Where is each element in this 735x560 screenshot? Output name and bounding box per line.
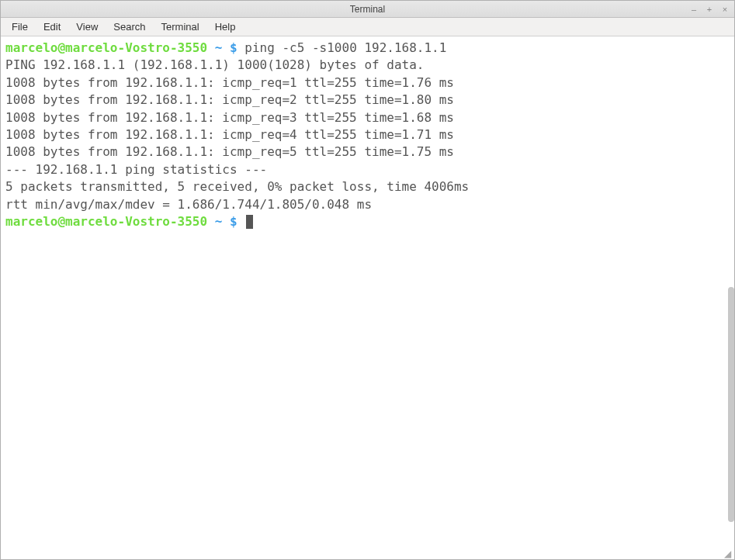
close-icon[interactable]: × <box>720 5 730 14</box>
terminal-body[interactable]: marcelo@marcelo-Vostro-3550 ~ $ ping -c5… <box>1 36 734 559</box>
output-line: PING 192.168.1.1 (192.168.1.1) 1000(1028… <box>5 57 730 74</box>
cursor-icon <box>246 215 253 229</box>
output-line: 1008 bytes from 192.168.1.1: icmp_req=5 … <box>5 143 730 161</box>
output-line: 5 packets transmitted, 5 received, 0% pa… <box>5 178 730 195</box>
prompt-user: marcelo@marcelo-Vostro-3550 <box>5 214 207 229</box>
menu-file[interactable]: File <box>4 19 36 35</box>
command-text: ping -c5 -s1000 192.168.1.1 <box>244 40 446 55</box>
output-line: 1008 bytes from 192.168.1.1: icmp_req=3 … <box>5 109 730 126</box>
menubar: File Edit View Search Terminal Help <box>1 18 734 36</box>
terminal-window: Terminal – + × File Edit View Search Ter… <box>0 0 735 560</box>
menu-edit[interactable]: Edit <box>36 19 68 35</box>
output-line: 1008 bytes from 192.168.1.1: icmp_req=1 … <box>5 74 730 92</box>
output-line: --- 192.168.1.1 ping statistics --- <box>5 161 730 178</box>
titlebar[interactable]: Terminal – + × <box>1 1 734 18</box>
prompt-symbol: ~ $ <box>207 214 244 229</box>
command-line: marcelo@marcelo-Vostro-3550 ~ $ ping -c5… <box>5 40 730 57</box>
menu-view[interactable]: View <box>68 19 106 35</box>
window-title: Terminal <box>350 4 385 15</box>
prompt-symbol: ~ $ <box>207 40 244 55</box>
scrollbar-track[interactable] <box>727 36 735 558</box>
output-line: 1008 bytes from 192.168.1.1: icmp_req=2 … <box>5 92 730 109</box>
menu-terminal[interactable]: Terminal <box>154 19 207 35</box>
menu-help[interactable]: Help <box>207 19 244 35</box>
menu-search[interactable]: Search <box>106 19 153 35</box>
prompt-line: marcelo@marcelo-Vostro-3550 ~ $ <box>5 213 730 230</box>
prompt-user: marcelo@marcelo-Vostro-3550 <box>5 40 207 55</box>
minimize-icon[interactable]: – <box>689 5 699 14</box>
output-line: rtt min/avg/max/mdev = 1.686/1.744/1.805… <box>5 196 730 213</box>
window-controls: – + × <box>689 5 730 14</box>
maximize-icon[interactable]: + <box>705 5 714 14</box>
resize-grip-icon[interactable]: ◢ <box>724 549 733 558</box>
scrollbar-thumb[interactable] <box>728 287 734 522</box>
output-line: 1008 bytes from 192.168.1.1: icmp_req=4 … <box>5 126 730 143</box>
